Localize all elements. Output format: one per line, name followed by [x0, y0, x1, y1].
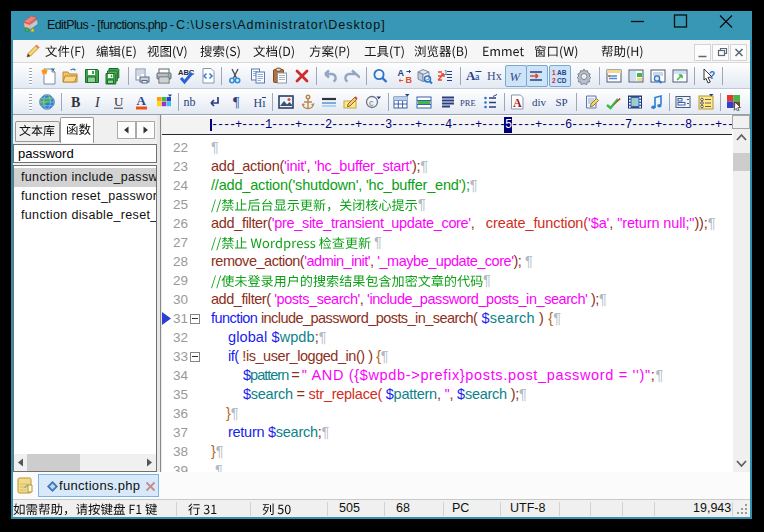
svg-text:U: U: [114, 94, 124, 109]
svg-text:2: 2: [552, 77, 556, 84]
svg-text:W: W: [510, 69, 522, 84]
svg-text:div: div: [532, 96, 547, 108]
svg-text:¶: ¶: [233, 95, 240, 110]
svg-text:A: A: [137, 93, 147, 108]
svg-text:B: B: [71, 95, 80, 110]
svg-text:A: A: [398, 68, 405, 78]
svg-text:PRE: PRE: [460, 98, 476, 108]
svg-text:?: ?: [709, 70, 715, 81]
svg-text:1: 1: [552, 69, 556, 76]
svg-text:ABC: ABC: [178, 68, 195, 77]
svg-text:Hx: Hx: [487, 69, 502, 83]
svg-text:a: a: [475, 71, 480, 82]
svg-text:A: A: [513, 96, 522, 110]
svg-text:nb: nb: [184, 95, 196, 109]
svg-text:c: c: [369, 98, 374, 108]
svg-text:B: B: [406, 75, 413, 85]
svg-text:SP: SP: [556, 96, 568, 108]
svg-text:CD: CD: [557, 77, 567, 84]
svg-text:AB: AB: [557, 69, 567, 76]
svg-text:I: I: [94, 95, 101, 110]
